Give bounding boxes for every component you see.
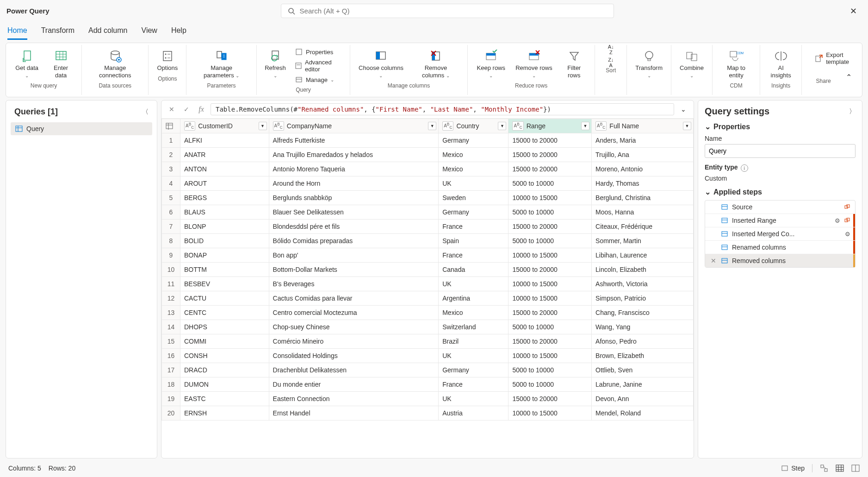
diagram-view-button[interactable] [820, 464, 828, 472]
cell[interactable]: Spain [439, 234, 508, 248]
cell[interactable]: Bólido Comidas preparadas [269, 234, 439, 248]
cell[interactable]: B's Beverages [269, 277, 439, 291]
cell[interactable]: 5000 to 10000 [508, 176, 592, 191]
delete-step-button[interactable]: ✕ [710, 257, 717, 264]
filter-dropdown-button[interactable]: ▼ [581, 122, 589, 130]
row-number[interactable]: 18 [162, 377, 180, 392]
cell[interactable]: 15000 to 20000 [508, 392, 592, 406]
cell[interactable]: Brown, Elizabeth [592, 349, 694, 363]
cell[interactable]: DRACD [180, 363, 269, 377]
expand-formula-button[interactable]: ⌄ [678, 106, 689, 113]
table-row[interactable]: 20ERNSHErnst HandelAustria10000 to 15000… [162, 406, 694, 421]
cell[interactable]: Centro comercial Moctezuma [269, 306, 439, 320]
cell[interactable]: BESBEV [180, 277, 269, 291]
row-number[interactable]: 17 [162, 363, 180, 377]
cell[interactable]: BOTTM [180, 263, 269, 277]
cell[interactable]: Cactus Comidas para llevar [269, 291, 439, 306]
ai-insights-button[interactable]: AI insights [765, 47, 797, 81]
cell[interactable]: 15000 to 20000 [508, 220, 592, 234]
table-row[interactable]: 6BLAUSBlauer See DelikatessenGermany5000… [162, 205, 694, 220]
row-number[interactable]: 2 [162, 148, 180, 162]
cell[interactable]: Devon, Ann [592, 392, 694, 406]
cell[interactable]: Argentina [439, 291, 508, 306]
cell[interactable]: CONSH [180, 349, 269, 363]
cell[interactable]: Canada [439, 263, 508, 277]
filter-dropdown-button[interactable]: ▼ [428, 122, 436, 130]
filter-dropdown-button[interactable]: ▼ [683, 122, 691, 130]
manage-connections-button[interactable]: Manage connections [87, 47, 143, 81]
cell[interactable]: Mendel, Roland [592, 406, 694, 421]
cell[interactable]: Antonio Moreno Taqueria [269, 162, 439, 176]
menu-add-column[interactable]: Add column [88, 26, 128, 40]
enter-data-button[interactable]: Enter data [45, 47, 77, 81]
cell[interactable]: Blauer See Delikatessen [269, 205, 439, 220]
cell[interactable]: 10000 to 15000 [508, 277, 592, 291]
link-icon[interactable] [844, 204, 850, 210]
transform-button[interactable]: Transform⌄ [632, 47, 666, 81]
cell[interactable]: BOLID [180, 234, 269, 248]
map-to-entity-button[interactable]: CDM Map to entity [717, 47, 755, 81]
split-view-button[interactable] [851, 464, 860, 472]
row-number[interactable]: 11 [162, 277, 180, 291]
cell[interactable]: France [439, 248, 508, 263]
cell[interactable]: Bottom-Dollar Markets [269, 263, 439, 277]
cell[interactable]: Bon app' [269, 248, 439, 263]
refresh-button[interactable]: Refresh⌄ [261, 47, 289, 85]
cell[interactable]: Moos, Hanna [592, 205, 694, 220]
cell[interactable]: Germany [439, 363, 508, 377]
table-row[interactable]: 15COMMIComércio MineiroBrazil15000 to 20… [162, 334, 694, 349]
step-button[interactable]: Step [781, 464, 805, 472]
cell[interactable]: BLAUS [180, 205, 269, 220]
row-number[interactable]: 15 [162, 334, 180, 349]
cell[interactable]: DHOPS [180, 320, 269, 334]
cell[interactable]: Anders, Maria [592, 133, 694, 148]
cell[interactable]: BERGS [180, 191, 269, 205]
table-row[interactable]: 11BESBEVB's BeveragesUK10000 to 15000Ash… [162, 277, 694, 291]
cell[interactable]: COMMI [180, 334, 269, 349]
sort-button[interactable]: A↓Z Z↓A [600, 47, 622, 65]
cell[interactable]: France [439, 220, 508, 234]
column-header[interactable]: ABCCustomerID▼ [180, 119, 269, 133]
manage-parameters-button[interactable]: Manage parameters ⌄ [191, 47, 252, 81]
cell[interactable]: 15000 to 20000 [508, 133, 592, 148]
cell[interactable]: Chang, Franscisco [592, 306, 694, 320]
cell[interactable]: Brazil [439, 334, 508, 349]
cell[interactable]: Trujillo, Ana [592, 148, 694, 162]
cell[interactable]: Germany [439, 205, 508, 220]
table-row[interactable]: 2ANATRAna Trujillo Emaredados y heladosM… [162, 148, 694, 162]
table-row[interactable]: 18DUMONDu monde entierFrance5000 to 1000… [162, 377, 694, 392]
cell[interactable]: Mexico [439, 148, 508, 162]
row-number[interactable]: 8 [162, 234, 180, 248]
cell[interactable]: ANATR [180, 148, 269, 162]
menu-home[interactable]: Home [7, 26, 27, 40]
cell[interactable]: Around the Horn [269, 176, 439, 191]
cell[interactable]: ALFKI [180, 133, 269, 148]
cell[interactable]: Drachenblut Delikatessen [269, 363, 439, 377]
row-number[interactable]: 9 [162, 248, 180, 263]
table-row[interactable]: 4AROUTAround the HornUK5000 to 10000Hard… [162, 176, 694, 191]
collapse-queries-button[interactable]: 〈 [142, 108, 149, 116]
advanced-editor-button[interactable]: Advanced editor [294, 58, 342, 74]
close-button[interactable]: ✕ [845, 4, 862, 18]
cell[interactable]: UK [439, 277, 508, 291]
applied-step[interactable]: Inserted Range⚙ [705, 214, 855, 227]
menu-view[interactable]: View [142, 26, 157, 40]
table-row[interactable]: 12CACTUCactus Comidas para llevarArgenti… [162, 291, 694, 306]
expand-settings-button[interactable]: 〉 [849, 107, 856, 116]
combine-button[interactable]: Combine⌄ [676, 47, 707, 81]
column-header[interactable]: ABCFull Name▼ [592, 119, 694, 133]
cell[interactable]: Comércio Mineiro [269, 334, 439, 349]
cell[interactable]: 10000 to 15000 [508, 406, 592, 421]
cell[interactable]: 10000 to 15000 [508, 291, 592, 306]
cell[interactable]: CACTU [180, 291, 269, 306]
cell[interactable]: 10000 to 15000 [508, 349, 592, 363]
search-box[interactable] [281, 4, 614, 18]
info-icon[interactable]: i [741, 164, 748, 172]
get-data-button[interactable]: Get data ⌄ [11, 47, 43, 81]
cell[interactable]: Libihan, Laurence [592, 248, 694, 263]
filter-dropdown-button[interactable]: ▼ [259, 122, 267, 130]
cell[interactable]: Ernst Handel [269, 406, 439, 421]
table-row[interactable]: 5BERGSBerglunds snabbköpSweden10000 to 1… [162, 191, 694, 205]
row-number[interactable]: 14 [162, 320, 180, 334]
table-row[interactable]: 3ANTONAntonio Moreno TaqueriaMexico15000… [162, 162, 694, 176]
